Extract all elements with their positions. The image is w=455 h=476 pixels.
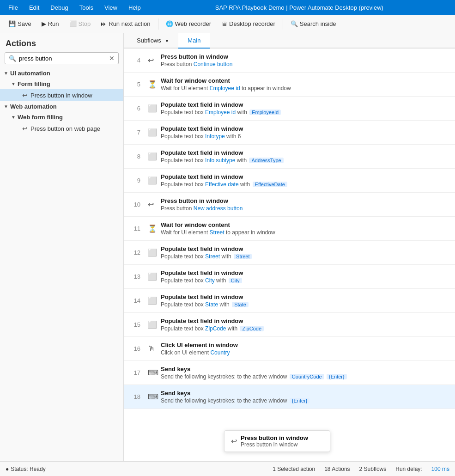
action-icon: ⏳ (148, 224, 161, 233)
action-number: 10 (129, 201, 148, 208)
subflows-dropdown-icon: ▼ (164, 38, 169, 43)
action-number: 12 (129, 249, 148, 256)
action-content: Populate text field in windowPopulate te… (161, 125, 449, 140)
search-inside-button[interactable]: 🔍 Search inside (286, 18, 341, 29)
sidebar-section-web-automation[interactable]: ▼ Web automation (0, 101, 123, 112)
sidebar-item-press-button-window[interactable]: ↩ Press button in window (0, 89, 123, 101)
desktop-recorder-icon: 🖥 (221, 20, 227, 27)
action-row[interactable]: 18⌨Send keysSend the following keystroke… (124, 385, 455, 409)
action-row[interactable]: 11⏳Wait for window contentWait for UI el… (124, 217, 455, 241)
run-next-icon: ⏭ (101, 20, 107, 27)
menu-item-edit[interactable]: Edit (24, 2, 44, 13)
action-desc: Populate text box Info subtype with Addr… (161, 157, 449, 164)
action-row[interactable]: 6⬜Populate text field in windowPopulate … (124, 97, 455, 121)
action-icon: ⬜ (148, 272, 161, 281)
action-icon: ⬜ (148, 248, 161, 257)
action-row[interactable]: 9⬜Populate text field in windowPopulate … (124, 169, 455, 193)
action-number: 13 (129, 273, 148, 280)
action-row[interactable]: 10↩Press button in windowPress button Ne… (124, 193, 455, 217)
sidebar: Actions 🔍 ✕ ▼ UI automation ▼ Form filli… (0, 33, 124, 461)
action-content: Press button in windowPress button Conti… (161, 53, 449, 67)
tooltip-sub: Press button in window (241, 441, 308, 448)
tabs-bar: Subflows ▼ Main (124, 33, 455, 49)
search-inside-icon: 🔍 (291, 20, 298, 27)
action-row[interactable]: 12⬜Populate text field in windowPopulate… (124, 241, 455, 265)
action-number: 4 (129, 57, 148, 64)
actions-count: 18 Actions (324, 466, 350, 472)
web-recorder-label: Web recorder (175, 20, 212, 27)
sidebar-item-press-button-web[interactable]: ↩ Press button on web page (0, 122, 123, 134)
menu-item-view[interactable]: View (100, 2, 122, 13)
main-layout: Actions 🔍 ✕ ▼ UI automation ▼ Form filli… (0, 33, 455, 461)
toolbar: 💾 Save ▶ Run ⬜ Stop ⏭ Run next action 🌐 … (0, 15, 455, 33)
run-icon: ▶ (42, 20, 46, 27)
action-title: Press button in window (161, 53, 449, 60)
menu-item-help[interactable]: Help (124, 2, 146, 13)
run-next-button[interactable]: ⏭ Run next action (96, 18, 155, 29)
action-icon: ⬜ (148, 176, 161, 185)
run-next-label: Run next action (109, 20, 150, 27)
web-recorder-button[interactable]: 🌐 Web recorder (161, 18, 216, 29)
desktop-recorder-button[interactable]: 🖥 Desktop recorder (217, 18, 280, 29)
search-input[interactable] (19, 55, 106, 62)
action-row[interactable]: 16🖱Click UI element in windowClick on UI… (124, 337, 455, 361)
save-button[interactable]: 💾 Save (4, 18, 36, 29)
sidebar-subsection-web-form-filling[interactable]: ▼ Web form filling (0, 112, 123, 122)
run-button[interactable]: ▶ Run (37, 18, 64, 29)
stop-icon: ⬜ (69, 20, 77, 27)
actions-container: 4↩Press button in windowPress button Con… (124, 49, 455, 461)
action-title: Wait for window content (161, 221, 449, 228)
action-number: 16 (129, 345, 148, 352)
tab-main[interactable]: Main (178, 33, 210, 49)
action-icon: ⬜ (148, 320, 161, 329)
action-content: Wait for window contentWait for UI eleme… (161, 77, 449, 92)
action-row[interactable]: 7⬜Populate text field in windowPopulate … (124, 121, 455, 145)
action-row[interactable]: 8⬜Populate text field in windowPopulate … (124, 145, 455, 169)
action-row[interactable]: 13⬜Populate text field in windowPopulate… (124, 265, 455, 289)
action-row[interactable]: 14⬜Populate text field in windowPopulate… (124, 289, 455, 313)
action-number: 15 (129, 321, 148, 328)
action-desc: Populate text box ZipCode with ZipCode (161, 325, 449, 332)
status-items: 1 Selected action 18 Actions 2 Subflows … (273, 466, 449, 472)
action-number: 14 (129, 297, 148, 304)
app-title: SAP RPA Playbook Demo | Power Automate D… (147, 4, 451, 11)
menu-item-tools[interactable]: Tools (75, 2, 98, 13)
action-row[interactable]: 4↩Press button in windowPress button Con… (124, 49, 455, 73)
action-icon: ⬜ (148, 104, 161, 113)
action-desc: Populate text box Employee id with Emplo… (161, 109, 449, 116)
chevron-down-icon: ▼ (4, 71, 8, 76)
action-number: 6 (129, 105, 148, 112)
clear-icon[interactable]: ✕ (109, 55, 115, 62)
item-label-press-button-window: Press button in window (30, 92, 92, 99)
action-content: Populate text field in windowPopulate te… (161, 317, 449, 332)
action-row[interactable]: 5⏳Wait for window contentWait for UI ele… (124, 73, 455, 97)
status-bar: ● Status: Ready 1 Selected action 18 Act… (0, 461, 455, 476)
action-row[interactable]: 15⬜Populate text field in windowPopulate… (124, 313, 455, 337)
stop-button[interactable]: ⬜ Stop (65, 18, 96, 29)
menu-item-file[interactable]: File (4, 2, 23, 13)
action-number: 18 (129, 393, 148, 400)
action-content: Populate text field in windowPopulate te… (161, 293, 449, 308)
action-number: 9 (129, 177, 148, 184)
search-box[interactable]: 🔍 ✕ (5, 52, 119, 64)
action-desc: Wait for UI element Employee id to appea… (161, 85, 449, 92)
chevron-down-icon-form: ▼ (11, 81, 16, 86)
right-panel: Subflows ▼ Main 4↩Press button in window… (124, 33, 455, 461)
run-delay-value[interactable]: 100 ms (431, 466, 449, 472)
status-text: Status: Ready (11, 466, 45, 472)
sidebar-section-ui-automation[interactable]: ▼ UI automation (0, 68, 123, 79)
search-icon: 🔍 (9, 55, 16, 62)
action-row[interactable]: 17⌨Send keysSend the following keystroke… (124, 361, 455, 385)
tab-subflows[interactable]: Subflows ▼ (127, 33, 178, 49)
sidebar-subsection-form-filling[interactable]: ▼ Form filling (0, 79, 123, 89)
action-title: Populate text field in window (161, 317, 449, 324)
action-content: Send keysSend the following keystrokes: … (161, 390, 449, 404)
selected-action-count: 1 Selected action (273, 466, 315, 472)
item-label-press-button-web: Press button on web page (30, 125, 100, 132)
web-recorder-icon: 🌐 (166, 20, 173, 27)
press-button-web-icon: ↩ (22, 125, 28, 132)
chevron-down-icon-web: ▼ (4, 104, 8, 109)
action-title: Send keys (161, 366, 449, 372)
menu-item-debug[interactable]: Debug (46, 2, 73, 13)
action-title: Populate text field in window (161, 293, 449, 300)
